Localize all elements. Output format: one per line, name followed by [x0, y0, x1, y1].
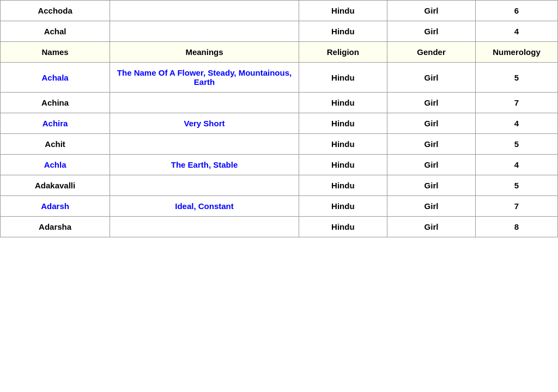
pre-header-row-1: Acchoda Hindu Girl 6: [1, 1, 558, 21]
table-header: Names Meanings Religion Gender Numerolog…: [1, 42, 558, 63]
religion-cell: Hindu: [299, 196, 387, 217]
name-cell: Achla: [1, 155, 110, 175]
header-gender: Gender: [387, 42, 475, 63]
name-cell: Achala: [1, 63, 110, 93]
name-cell: Achira: [1, 113, 110, 134]
religion-cell: Hindu: [299, 93, 387, 113]
meaning-cell: [110, 93, 299, 113]
gender-cell: Girl: [387, 217, 475, 237]
table-row: Achla The Earth, Stable Hindu Girl 4: [1, 155, 558, 175]
name-cell: Achal: [1, 21, 110, 42]
gender-cell: Girl: [387, 196, 475, 217]
numerology-cell: 7: [476, 93, 558, 113]
meaning-cell: [110, 217, 299, 237]
meaning-cell: Very Short: [110, 113, 299, 134]
gender-cell: Girl: [387, 134, 475, 155]
table-row: Achala The Name Of A Flower, Steady, Mou…: [1, 63, 558, 93]
name-cell: Adarsha: [1, 217, 110, 237]
religion-cell: Hindu: [299, 113, 387, 134]
header-meanings: Meanings: [110, 42, 299, 63]
pre-header-row-2: Achal Hindu Girl 4: [1, 21, 558, 42]
header-names: Names: [1, 42, 110, 63]
table-row: Achina Hindu Girl 7: [1, 93, 558, 113]
numerology-cell: 4: [476, 21, 558, 42]
header-numerology: Numerology: [476, 42, 558, 63]
gender-cell: Girl: [387, 175, 475, 196]
religion-cell: Hindu: [299, 1, 387, 21]
table-row: Adarsha Hindu Girl 8: [1, 217, 558, 237]
religion-cell: Hindu: [299, 155, 387, 175]
religion-cell: Hindu: [299, 217, 387, 237]
header-religion: Religion: [299, 42, 387, 63]
gender-cell: Girl: [387, 21, 475, 42]
name-cell: Achit: [1, 134, 110, 155]
gender-cell: Girl: [387, 155, 475, 175]
gender-cell: Girl: [387, 63, 475, 93]
religion-cell: Hindu: [299, 21, 387, 42]
meaning-cell: The Earth, Stable: [110, 155, 299, 175]
meaning-cell: [110, 1, 299, 21]
gender-cell: Girl: [387, 1, 475, 21]
table-row: Achira Very Short Hindu Girl 4: [1, 113, 558, 134]
gender-cell: Girl: [387, 113, 475, 134]
numerology-cell: 6: [476, 1, 558, 21]
gender-cell: Girl: [387, 93, 475, 113]
religion-cell: Hindu: [299, 134, 387, 155]
name-cell: Achina: [1, 93, 110, 113]
meaning-cell: [110, 134, 299, 155]
name-cell: Adarsh: [1, 196, 110, 217]
religion-cell: Hindu: [299, 63, 387, 93]
meaning-cell: [110, 21, 299, 42]
name-cell: Adakavalli: [1, 175, 110, 196]
name-cell: Acchoda: [1, 1, 110, 21]
meaning-cell: [110, 175, 299, 196]
numerology-cell: 4: [476, 155, 558, 175]
table-row: Adarsh Ideal, Constant Hindu Girl 7: [1, 196, 558, 217]
table-row: Achit Hindu Girl 5: [1, 134, 558, 155]
table-body: Achala The Name Of A Flower, Steady, Mou…: [1, 63, 558, 237]
numerology-cell: 7: [476, 196, 558, 217]
names-table: Acchoda Hindu Girl 6 Achal Hindu Girl 4 …: [0, 0, 558, 237]
numerology-cell: 4: [476, 113, 558, 134]
numerology-cell: 8: [476, 217, 558, 237]
religion-cell: Hindu: [299, 175, 387, 196]
meaning-cell: The Name Of A Flower, Steady, Mountainou…: [110, 63, 299, 93]
meaning-cell: Ideal, Constant: [110, 196, 299, 217]
numerology-cell: 5: [476, 175, 558, 196]
numerology-cell: 5: [476, 134, 558, 155]
table-row: Adakavalli Hindu Girl 5: [1, 175, 558, 196]
numerology-cell: 5: [476, 63, 558, 93]
